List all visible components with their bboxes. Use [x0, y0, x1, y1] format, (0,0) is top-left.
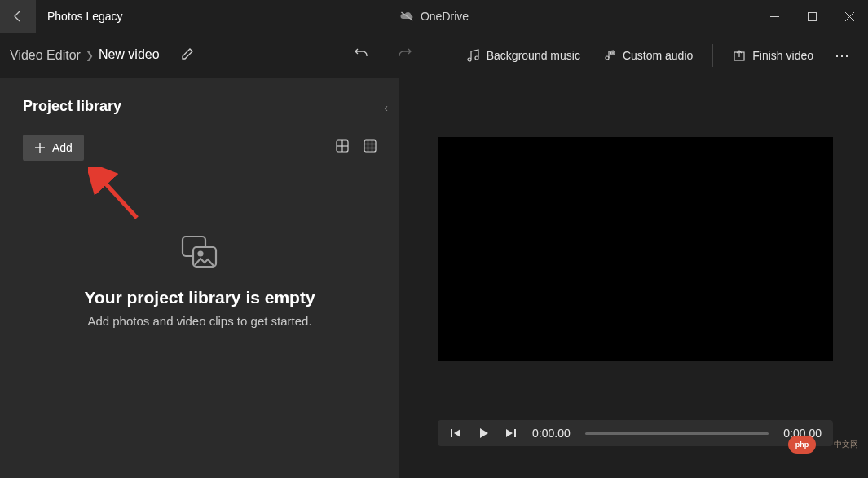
progress-slider[interactable]	[585, 432, 769, 435]
watermark-badge: php	[788, 436, 816, 454]
redo-icon	[398, 46, 412, 61]
player-controls: 0:00.00 0:00.00	[438, 420, 833, 446]
add-button-label: Add	[52, 141, 73, 154]
watermark-text: 中文网	[834, 439, 858, 450]
onedrive-status[interactable]: OneDrive	[399, 10, 469, 23]
svg-rect-13	[364, 140, 376, 152]
svg-rect-2	[808, 12, 816, 20]
close-icon	[845, 12, 854, 21]
step-back-icon	[449, 427, 462, 440]
empty-title: Your project library is empty	[23, 288, 377, 308]
app-title: Photos Legacy	[47, 10, 123, 23]
breadcrumb: Video Editor ❯ New video	[10, 47, 160, 64]
ellipsis-icon: ⋯	[835, 47, 850, 64]
view-toggles	[336, 139, 377, 156]
content-area: ‹ Project library Add Your project libra…	[0, 78, 868, 478]
toolbar-divider	[447, 44, 447, 67]
breadcrumb-current: New video	[99, 47, 160, 64]
empty-state: Your project library is empty Add photos…	[23, 234, 377, 328]
library-title: Project library	[23, 98, 377, 115]
grid-small-button[interactable]	[364, 139, 377, 156]
audio-settings-icon	[603, 49, 616, 62]
minimize-icon	[770, 12, 779, 21]
grid-small-icon	[364, 139, 377, 153]
undo-button[interactable]	[349, 42, 373, 69]
pencil-icon	[181, 47, 194, 60]
collapse-panel-button[interactable]: ‹	[384, 101, 388, 114]
grid-large-icon	[336, 139, 349, 153]
svg-point-20	[199, 252, 203, 256]
history-controls	[349, 42, 417, 69]
rename-button[interactable]	[176, 42, 199, 69]
cloud-off-icon	[399, 11, 414, 22]
background-music-label: Background music	[487, 49, 580, 62]
onedrive-label: OneDrive	[421, 10, 469, 23]
music-icon	[467, 49, 480, 62]
step-forward-icon	[504, 427, 518, 440]
svg-rect-22	[514, 429, 516, 437]
breadcrumb-root[interactable]: Video Editor	[10, 48, 81, 63]
undo-icon	[354, 46, 368, 61]
preview-panel: 0:00.00 0:00.00	[403, 78, 868, 478]
window-controls	[756, 0, 868, 33]
custom-audio-button[interactable]: Custom audio	[593, 42, 703, 69]
background-music-button[interactable]: Background music	[457, 42, 590, 69]
plus-icon	[34, 142, 46, 153]
finish-video-label: Finish video	[752, 49, 813, 62]
empty-subtitle: Add photos and video clips to get starte…	[23, 314, 377, 328]
finish-video-button[interactable]: Finish video	[723, 42, 823, 69]
project-library-panel: ‹ Project library Add Your project libra…	[0, 78, 399, 478]
play-icon	[477, 427, 490, 440]
next-frame-button[interactable]	[504, 427, 518, 440]
redo-button[interactable]	[393, 42, 417, 69]
maximize-button[interactable]	[793, 0, 831, 33]
chevron-right-icon: ❯	[86, 50, 94, 61]
toolbar-divider	[712, 44, 713, 67]
close-button[interactable]	[831, 0, 868, 33]
grid-large-button[interactable]	[336, 139, 349, 156]
minimize-button[interactable]	[756, 0, 793, 33]
chevron-left-icon: ‹	[384, 101, 388, 114]
previous-frame-button[interactable]	[449, 427, 462, 440]
time-current: 0:00.00	[532, 427, 571, 440]
export-icon	[733, 49, 746, 62]
maximize-icon	[808, 12, 817, 21]
arrow-left-icon	[11, 10, 24, 23]
play-button[interactable]	[477, 427, 490, 440]
titlebar: Photos Legacy OneDrive	[0, 0, 868, 33]
library-toolbar: Add	[23, 135, 377, 161]
add-media-button[interactable]: Add	[23, 135, 84, 161]
more-options-button[interactable]: ⋯	[826, 42, 858, 69]
custom-audio-label: Custom audio	[623, 49, 693, 62]
editor-toolbar: Video Editor ❯ New video Background musi…	[0, 33, 868, 78]
video-preview[interactable]	[438, 137, 833, 361]
svg-rect-21	[451, 429, 452, 437]
back-button[interactable]	[0, 0, 36, 33]
empty-media-icon	[23, 234, 377, 273]
